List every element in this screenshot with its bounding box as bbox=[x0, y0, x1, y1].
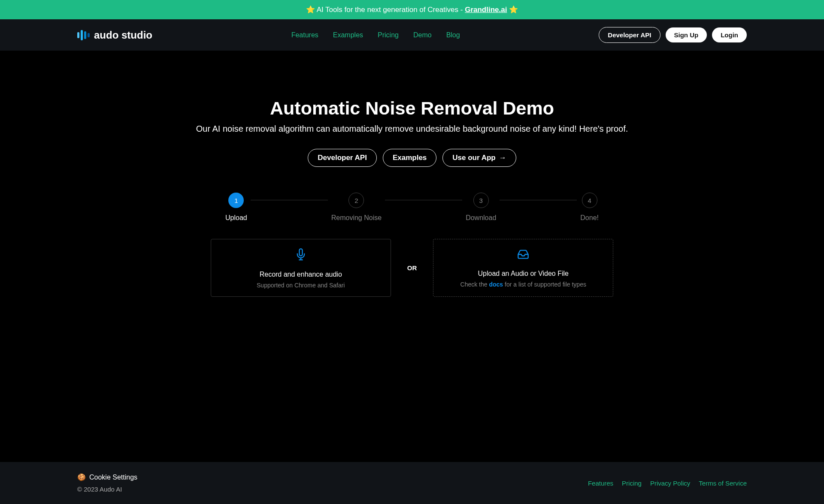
step-removing: 2 Removing Noise bbox=[331, 193, 382, 222]
hero-developer-api-button[interactable]: Developer API bbox=[308, 149, 377, 167]
hero-buttons: Developer API Examples Use our App → bbox=[308, 149, 516, 167]
star-icon: ⭐ bbox=[509, 5, 518, 14]
logo-text: audo studio bbox=[94, 29, 152, 41]
step-line bbox=[251, 200, 328, 200]
upload-subtitle-suffix: for a list of supported file types bbox=[503, 281, 586, 288]
logo-icon bbox=[77, 30, 90, 40]
footer-left: 🍪 Cookie Settings © 2023 Audo AI bbox=[77, 473, 137, 493]
nav-center: Features Examples Pricing Demo Blog bbox=[291, 31, 460, 39]
step-label: Done! bbox=[580, 214, 599, 222]
record-subtitle: Supported on Chrome and Safari bbox=[257, 282, 345, 289]
step-label: Upload bbox=[225, 214, 247, 222]
hero-use-app-button[interactable]: Use our App → bbox=[442, 149, 516, 167]
main: Automatic Noise Removal Demo Our AI nois… bbox=[0, 51, 824, 462]
step-circle: 3 bbox=[473, 193, 489, 208]
or-separator: OR bbox=[407, 264, 417, 272]
inbox-icon bbox=[516, 248, 530, 262]
banner-text: AI Tools for the next generation of Crea… bbox=[317, 6, 465, 14]
step-label: Removing Noise bbox=[331, 214, 382, 222]
cookie-icon: 🍪 bbox=[77, 473, 86, 481]
developer-api-button[interactable]: Developer API bbox=[599, 27, 660, 43]
nav-link-examples[interactable]: Examples bbox=[333, 31, 363, 39]
login-button[interactable]: Login bbox=[712, 27, 747, 42]
upload-file-card[interactable]: Upload an Audio or Video File Check the … bbox=[433, 239, 613, 297]
footer-link-terms[interactable]: Terms of Service bbox=[699, 480, 747, 487]
nav-link-demo[interactable]: Demo bbox=[413, 31, 432, 39]
cookie-label: Cookie Settings bbox=[89, 474, 137, 481]
cookie-settings-button[interactable]: 🍪 Cookie Settings bbox=[77, 473, 137, 481]
star-icon: ⭐ bbox=[306, 5, 315, 14]
step-download: 3 Download bbox=[466, 193, 496, 222]
copyright: © 2023 Audo AI bbox=[77, 486, 137, 493]
record-title: Record and enhance audio bbox=[260, 271, 342, 278]
upload-subtitle: Check the docs for a list of supported f… bbox=[460, 281, 586, 288]
nav-link-pricing[interactable]: Pricing bbox=[378, 31, 399, 39]
arrow-right-icon: → bbox=[499, 154, 506, 162]
footer-link-features[interactable]: Features bbox=[588, 480, 613, 487]
upload-subtitle-prefix: Check the bbox=[460, 281, 489, 288]
upload-section: Record and enhance audio Supported on Ch… bbox=[211, 239, 614, 297]
nav-link-blog[interactable]: Blog bbox=[446, 31, 460, 39]
step-done: 4 Done! bbox=[580, 193, 599, 222]
upload-title: Upload an Audio or Video File bbox=[478, 270, 569, 278]
footer-right: Features Pricing Privacy Policy Terms of… bbox=[588, 480, 747, 487]
step-label: Download bbox=[466, 214, 496, 222]
record-card[interactable]: Record and enhance audio Supported on Ch… bbox=[211, 239, 391, 297]
nav-link-features[interactable]: Features bbox=[291, 31, 318, 39]
footer-link-privacy[interactable]: Privacy Policy bbox=[650, 480, 690, 487]
signup-button[interactable]: Sign Up bbox=[666, 27, 707, 42]
step-upload: 1 Upload bbox=[225, 193, 247, 222]
page-subtitle: Our AI noise removal algorithm can autom… bbox=[196, 124, 628, 134]
step-circle: 1 bbox=[228, 193, 244, 208]
header: audo studio Features Examples Pricing De… bbox=[0, 19, 824, 51]
hero-use-app-label: Use our App bbox=[452, 154, 495, 162]
hero-examples-button[interactable]: Examples bbox=[383, 149, 436, 167]
docs-link[interactable]: docs bbox=[489, 281, 503, 288]
step-circle: 4 bbox=[582, 193, 597, 208]
step-circle: 2 bbox=[348, 193, 364, 208]
footer: 🍪 Cookie Settings © 2023 Audo AI Feature… bbox=[0, 462, 824, 504]
step-line bbox=[500, 200, 577, 200]
top-banner: ⭐ AI Tools for the next generation of Cr… bbox=[0, 0, 824, 19]
page-title: Automatic Noise Removal Demo bbox=[270, 98, 554, 119]
footer-link-pricing[interactable]: Pricing bbox=[622, 480, 642, 487]
step-line bbox=[385, 200, 462, 200]
banner-link[interactable]: Grandline.ai bbox=[465, 6, 507, 14]
stepper: 1 Upload 2 Removing Noise 3 Download 4 D… bbox=[225, 193, 599, 222]
logo[interactable]: audo studio bbox=[77, 29, 152, 41]
nav-right: Developer API Sign Up Login bbox=[599, 27, 747, 43]
microphone-icon bbox=[295, 247, 307, 263]
